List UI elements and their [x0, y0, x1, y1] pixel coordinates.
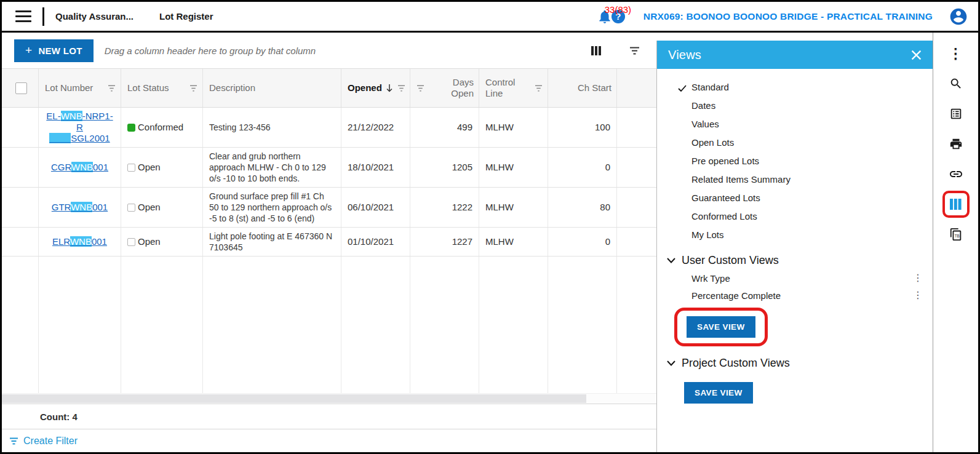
lot-number-link[interactable]: CGRWNB001: [51, 162, 108, 173]
filter-icon: [9, 437, 18, 445]
ch-start-cell-value: 80: [600, 202, 610, 213]
ch-start-cell-value: 0: [605, 162, 610, 173]
view-item-pre-opened-lots[interactable]: Pre opened Lots: [657, 151, 933, 170]
project-title[interactable]: NRX069: BOONOO BOONOO BRIDGE - PRACTICAL…: [643, 11, 933, 22]
search-icon[interactable]: [949, 75, 963, 92]
column-filter-icon[interactable]: [397, 85, 405, 92]
user-custom-views-items: Wrk Type⋮Percentage Complete⋮: [657, 269, 933, 304]
app-title: Quality Assuran...: [55, 11, 133, 22]
search-highlight: WNB: [70, 236, 92, 247]
create-filter-row[interactable]: Create Filter: [2, 429, 657, 452]
column-header-col-8: [617, 69, 657, 107]
project-custom-views-section[interactable]: Project Custom Views: [657, 357, 933, 370]
select-all-header-cell[interactable]: [2, 69, 39, 107]
views-list: StandardDatesValuesOpen LotsPre opened L…: [657, 78, 933, 244]
empty-cell: [617, 188, 657, 227]
column-filter-icon[interactable]: [535, 85, 543, 92]
status-label: Open: [138, 162, 161, 173]
views-columns-icon[interactable]: [950, 196, 962, 213]
row-select-cell: [2, 228, 39, 256]
opened-cell: 06/10/2021: [341, 188, 410, 227]
view-item-guaranteed-lots[interactable]: Guaranteed Lots: [657, 188, 933, 207]
row-count: Count: 4: [40, 412, 78, 422]
days-open-cell: 499: [410, 108, 479, 147]
opened-cell-value: 01/10/2021: [348, 236, 394, 247]
column-header-days-open[interactable]: Days Open: [410, 69, 479, 107]
opened-cell: 01/10/2021: [341, 228, 410, 256]
view-item-standard[interactable]: Standard: [657, 78, 933, 96]
column-header-label: Opened: [348, 82, 382, 94]
view-item-values[interactable]: Values: [657, 114, 933, 133]
app-window: Quality Assuran... Lot Register 33(83) ?…: [0, 0, 980, 454]
view-item-related-items-summary[interactable]: Related Items Summary: [657, 170, 933, 188]
notification-count-badge: 33(83): [605, 4, 631, 15]
column-header-label: Description: [209, 82, 255, 94]
column-header-ch-start[interactable]: Ch Start: [548, 69, 617, 107]
new-lot-button[interactable]: + NEW LOT: [14, 39, 94, 62]
lot-number-text: 001: [92, 202, 108, 212]
row-select-cell: [2, 148, 39, 187]
control-line-cell: MLHW: [479, 228, 548, 256]
column-header-description[interactable]: Description: [203, 69, 341, 107]
lot-number-link[interactable]: EL-WNB-NRP1-R WNBSGL2001: [45, 111, 114, 144]
description-cell: Testing 123-456: [203, 108, 341, 147]
column-header-label: Days Open: [428, 77, 474, 99]
opened-cell-value: 06/10/2021: [348, 202, 394, 213]
view-item-open-lots[interactable]: Open Lots: [657, 133, 933, 151]
user-avatar-icon[interactable]: [949, 7, 968, 26]
view-item-my-lots[interactable]: My Lots: [657, 225, 933, 244]
notifications[interactable]: 33(83) ?: [597, 9, 625, 25]
empty-column-area: [410, 257, 479, 393]
table-empty-area: [2, 257, 657, 393]
lot-number-link[interactable]: ELRWNB001: [52, 236, 107, 247]
days-open-cell-value: 1222: [452, 202, 472, 213]
form-view-icon[interactable]: [949, 105, 963, 122]
item-more-menu-icon[interactable]: ⋮: [913, 272, 923, 284]
column-filter-icon[interactable]: [416, 85, 424, 92]
column-header-label: Lot Status: [127, 82, 169, 94]
empty-cell: [617, 228, 657, 256]
save-view-button-project[interactable]: SAVE VIEW: [684, 382, 753, 404]
create-filter-link[interactable]: Create Filter: [23, 436, 78, 447]
control-line-cell: MLHW: [479, 108, 548, 147]
filter-toolbar-icon[interactable]: [629, 47, 640, 55]
status-label: Open: [138, 236, 161, 247]
select-all-checkbox[interactable]: [15, 82, 27, 94]
column-chooser-icon[interactable]: [591, 46, 601, 55]
custom-view-item-wrk-type[interactable]: Wrk Type⋮: [657, 269, 933, 287]
column-filter-icon[interactable]: [189, 85, 197, 92]
column-header-opened[interactable]: Opened: [341, 69, 410, 107]
link-icon[interactable]: [949, 165, 963, 183]
new-lot-button-label: NEW LOT: [38, 46, 82, 56]
view-item-label: Related Items Summary: [691, 174, 791, 185]
save-view-button-user[interactable]: SAVE VIEW: [687, 316, 755, 338]
days-open-cell-value: 1205: [452, 162, 472, 173]
user-custom-views-section[interactable]: User Custom Views: [657, 254, 933, 267]
pages-tb-icon[interactable]: TB: [949, 226, 963, 243]
control-line-cell: MLHW: [479, 148, 548, 187]
days-open-cell-value: 1227: [452, 236, 472, 247]
control-line-cell-value: MLHW: [485, 202, 514, 213]
count-row: Count: 4: [2, 404, 657, 429]
item-more-menu-icon[interactable]: ⋮: [913, 289, 923, 301]
lot-number-link[interactable]: GTRWNB001: [52, 202, 108, 213]
lot-number-text: 001: [92, 236, 107, 247]
custom-view-item-percentage-complete[interactable]: Percentage Complete⋮: [657, 287, 933, 304]
search-highlight: WNB: [49, 133, 71, 143]
column-header-lot-number[interactable]: Lot Number: [39, 69, 121, 107]
ch-start-cell-value: 0: [605, 236, 610, 247]
close-icon[interactable]: [911, 50, 922, 60]
scrollbar-thumb[interactable]: [2, 394, 586, 403]
view-item-conformed-lots[interactable]: Conformed Lots: [657, 207, 933, 225]
print-icon[interactable]: [949, 135, 963, 153]
column-header-lot-status[interactable]: Lot Status: [121, 69, 203, 107]
description-cell: Clear and grub northern approach MLHW - …: [203, 148, 341, 187]
hamburger-menu-icon[interactable]: [15, 10, 31, 22]
horizontal-scrollbar[interactable]: [2, 393, 657, 404]
view-item-dates[interactable]: Dates: [657, 96, 933, 114]
more-menu-icon[interactable]: ⋮: [949, 45, 963, 62]
description-text: Clear and grub northern approach MLHW - …: [209, 151, 335, 184]
checkmark-icon: [678, 83, 687, 94]
column-filter-icon[interactable]: [108, 85, 116, 92]
column-header-control-line[interactable]: Control Line: [479, 69, 548, 107]
